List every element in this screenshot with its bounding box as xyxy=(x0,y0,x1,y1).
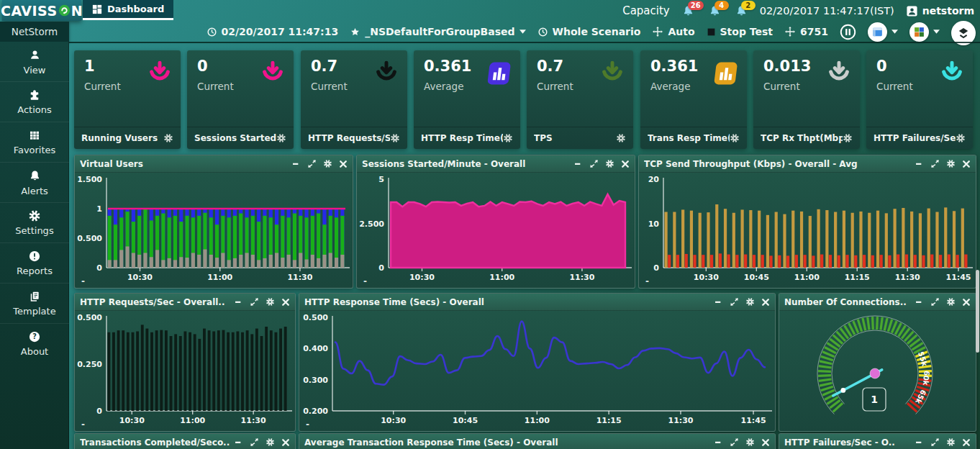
layers-menu-button[interactable] xyxy=(951,19,976,45)
product-label: NetStorm xyxy=(12,26,58,37)
kpi-settings-gear-icon[interactable] xyxy=(616,133,626,143)
minimize-button[interactable] xyxy=(234,297,243,307)
minimize-button[interactable] xyxy=(915,159,924,168)
sidebar-item-view[interactable]: View xyxy=(0,42,69,81)
panel-settings-gear-icon[interactable] xyxy=(605,159,614,168)
expand-button[interactable] xyxy=(730,437,739,447)
sidebar-item-alerts[interactable]: Alerts xyxy=(0,162,69,202)
scrollbar-thumb[interactable] xyxy=(976,270,979,353)
kpi-stat-type: Current xyxy=(537,81,573,92)
layout-menu-button[interactable] xyxy=(868,22,898,42)
auto-refresh-toggle[interactable]: Auto xyxy=(652,26,694,37)
svg-text:0.300: 0.300 xyxy=(303,376,328,385)
sidebar-item-reports[interactable]: Reports xyxy=(0,242,69,283)
kpi-stat-type: Average xyxy=(650,81,690,92)
kpi-settings-gear-icon[interactable] xyxy=(163,133,173,143)
panel-settings-gear-icon[interactable] xyxy=(266,437,275,447)
minimize-button[interactable] xyxy=(291,159,301,168)
username-label: netstorm xyxy=(922,5,974,17)
panel-header: HTTP Response Time (Secs) - Overall xyxy=(299,294,775,311)
expand-button[interactable] xyxy=(730,297,739,307)
bell-icon-minor[interactable]: 2 xyxy=(735,4,748,18)
sidebar-item-template[interactable]: Template xyxy=(0,283,69,323)
product-tab-netstorm[interactable]: NetStorm xyxy=(0,22,69,42)
clock-icon xyxy=(537,27,548,37)
stop-square-icon xyxy=(707,27,716,37)
close-button[interactable] xyxy=(962,160,971,168)
minimize-button[interactable] xyxy=(714,437,723,447)
panel-settings-gear-icon[interactable] xyxy=(745,297,755,307)
close-button[interactable] xyxy=(621,160,630,168)
sidebar-item-actions[interactable]: Actions xyxy=(0,81,69,122)
panel-controls xyxy=(291,159,348,168)
panel-title: Average Transaction Response Time (Secs)… xyxy=(304,437,558,448)
panel-settings-gear-icon[interactable] xyxy=(745,437,755,447)
netstorm-dashboard: CAVISSN Dashboard Capacity 2642 02/20/20… xyxy=(0,0,980,449)
svg-text:11:00: 11:00 xyxy=(180,416,205,425)
stop-test-button[interactable]: Stop Test xyxy=(707,26,773,37)
minimize-button[interactable] xyxy=(915,437,924,447)
user-menu[interactable]: netstorm xyxy=(906,5,974,17)
sidebar-item-settings[interactable]: Settings xyxy=(0,202,69,242)
kpi-settings-gear-icon[interactable] xyxy=(730,133,740,143)
expand-button[interactable] xyxy=(250,297,259,307)
gear-icon xyxy=(28,209,41,222)
pause-button[interactable] xyxy=(840,24,856,40)
exclamation-icon xyxy=(28,250,41,263)
bell-icon-critical[interactable]: 26 xyxy=(681,4,695,18)
close-button[interactable] xyxy=(962,298,971,307)
close-button[interactable] xyxy=(962,438,971,447)
close-button[interactable] xyxy=(281,298,290,307)
panel-settings-gear-icon[interactable] xyxy=(323,159,332,168)
sidebar-item-label: Alerts xyxy=(21,186,48,196)
svg-text:11:00: 11:00 xyxy=(489,273,514,282)
layout-icon xyxy=(868,22,887,42)
svg-text:11:45: 11:45 xyxy=(741,416,766,425)
minimize-button[interactable] xyxy=(915,297,924,307)
panel-settings-gear-icon[interactable] xyxy=(946,437,956,447)
panel-header: Virtual Users xyxy=(75,155,353,173)
tab-dashboard[interactable]: Dashboard xyxy=(83,0,173,20)
close-button[interactable] xyxy=(761,438,770,447)
panel-http-failures: HTTP Failures/Sec - O.. xyxy=(779,433,976,449)
minimize-button[interactable] xyxy=(573,159,583,168)
panel-settings-gear-icon[interactable] xyxy=(266,297,275,307)
kpi-settings-gear-icon[interactable] xyxy=(956,133,966,143)
sidebar-item-about[interactable]: ?About xyxy=(0,323,69,363)
expand-button[interactable] xyxy=(930,437,940,447)
svg-text:10:30: 10:30 xyxy=(127,273,153,282)
close-button[interactable] xyxy=(761,298,770,307)
kpi-title: HTTP Failures/Se.. xyxy=(874,133,956,143)
close-button[interactable] xyxy=(339,160,348,168)
expand-button[interactable] xyxy=(250,437,259,447)
panel-title: Sessions Started/Minute - Overall xyxy=(362,159,525,169)
kpi-settings-gear-icon[interactable] xyxy=(503,133,513,143)
scope-selector[interactable]: Whole Scenario xyxy=(537,26,641,37)
capacity-label: Capacity xyxy=(622,4,670,17)
panel-settings-gear-icon[interactable] xyxy=(946,159,956,168)
expand-button[interactable] xyxy=(589,159,599,168)
expand-button[interactable] xyxy=(307,159,317,168)
kpi-settings-gear-icon[interactable] xyxy=(843,133,853,143)
sidebar-item-favorites[interactable]: Favorites xyxy=(0,122,69,162)
kpi-settings-gear-icon[interactable] xyxy=(276,133,286,143)
kpi-value: 1 xyxy=(84,58,95,75)
expand-button[interactable] xyxy=(930,297,940,307)
panel-controls xyxy=(915,159,971,168)
scenario-dropdown[interactable]: _NSDefaultForGroupBased xyxy=(350,26,525,37)
close-button[interactable] xyxy=(281,438,290,447)
bell-icon-major[interactable]: 4 xyxy=(708,4,722,18)
theme-menu-button[interactable] xyxy=(909,22,940,42)
kpi-settings-gear-icon[interactable] xyxy=(390,133,400,143)
download-arrow-icon xyxy=(259,59,286,86)
expand-button[interactable] xyxy=(930,159,940,168)
kpi-stat-type: Average xyxy=(424,81,463,92)
test-run-id[interactable]: 6751 xyxy=(784,26,828,37)
kpi-footer: HTTP Requests/Se.. xyxy=(301,127,407,149)
panel-controls xyxy=(714,437,770,447)
minimize-button[interactable] xyxy=(714,297,723,307)
minimize-button[interactable] xyxy=(234,437,243,447)
panel-settings-gear-icon[interactable] xyxy=(946,297,956,307)
sidebar-item-label: Actions xyxy=(17,104,52,115)
header-datetime: 02/20/2017 11:47:17(IST) xyxy=(760,5,894,17)
